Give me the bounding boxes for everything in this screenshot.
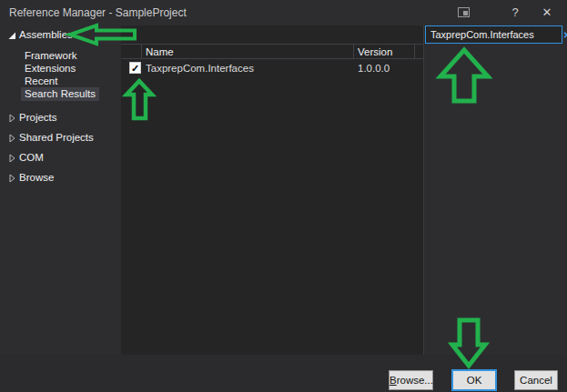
sidebar-item-label: Projects [19, 112, 57, 123]
help-icon[interactable]: ? [504, 4, 526, 22]
chevron-collapsed-icon [7, 174, 16, 183]
feedback-icon[interactable] [458, 7, 470, 17]
sidebar-item-com[interactable]: COM [19, 151, 44, 165]
sidebar-item-label: Framework [25, 50, 77, 61]
chevron-collapsed-icon [7, 154, 16, 163]
table-row[interactable]: ✓ TaxprepCom.Interfaces 1.0.0.0 [121, 59, 423, 77]
footer-bar: Browse... OK Cancel [0, 355, 567, 392]
list-header: Name Version [121, 44, 423, 59]
search-input[interactable] [426, 27, 560, 42]
chevron-collapsed-icon [7, 134, 16, 143]
sidebar-item-search-results[interactable]: Search Results [21, 87, 99, 101]
search-box: ✕ ▼ [425, 25, 562, 44]
sidebar-item-label: Browse [19, 172, 54, 183]
ok-button[interactable]: OK [452, 370, 496, 390]
column-divider [414, 45, 415, 59]
sidebar-item-shared-projects[interactable]: Shared Projects [19, 131, 94, 145]
chevron-expanded-icon [7, 31, 16, 40]
window-title: Reference Manager - SampleProject [9, 6, 187, 19]
sidebar: Assemblies Framework Extensions Recent S… [0, 25, 121, 355]
row-version: 1.0.0.0 [358, 62, 390, 75]
sidebar-item-assemblies[interactable]: Assemblies [19, 28, 73, 42]
search-clear-icon[interactable]: ✕ [560, 30, 567, 40]
column-divider [353, 45, 354, 59]
sidebar-item-extensions[interactable]: Extensions [21, 62, 79, 75]
close-icon[interactable]: ✕ [536, 4, 558, 22]
browse-button[interactable]: Browse... [389, 370, 433, 390]
title-bar: Reference Manager - SampleProject ? ✕ [0, 0, 567, 25]
sidebar-item-recent[interactable]: Recent [21, 75, 61, 88]
row-name: TaxprepCom.Interfaces [146, 62, 254, 75]
sidebar-item-framework[interactable]: Framework [21, 49, 81, 63]
sidebar-item-label: Search Results [25, 88, 96, 99]
sidebar-item-browse[interactable]: Browse [19, 171, 54, 185]
column-header-name[interactable]: Name [146, 45, 174, 58]
reference-manager-dialog: Reference Manager - SampleProject ? ✕ As… [0, 0, 567, 392]
cancel-button[interactable]: Cancel [514, 370, 558, 390]
detail-pane: ✕ ▼ [423, 25, 567, 355]
sidebar-item-label: Assemblies [19, 29, 73, 40]
sidebar-item-label: Recent [25, 75, 57, 86]
browse-accesskey: B [390, 375, 397, 386]
sidebar-item-label: Extensions [25, 63, 76, 74]
sidebar-item-label: Shared Projects [19, 132, 94, 143]
chevron-collapsed-icon [7, 114, 16, 123]
row-checkbox-checked[interactable]: ✓ [129, 62, 141, 74]
assembly-list-panel: Name Version ✓ TaxprepCom.Interfaces 1.0… [121, 25, 423, 355]
sidebar-item-projects[interactable]: Projects [19, 111, 57, 125]
browse-label-rest: rowse... [397, 375, 433, 386]
column-divider [141, 45, 142, 59]
column-header-version[interactable]: Version [358, 45, 392, 58]
sidebar-item-label: COM [19, 152, 44, 163]
